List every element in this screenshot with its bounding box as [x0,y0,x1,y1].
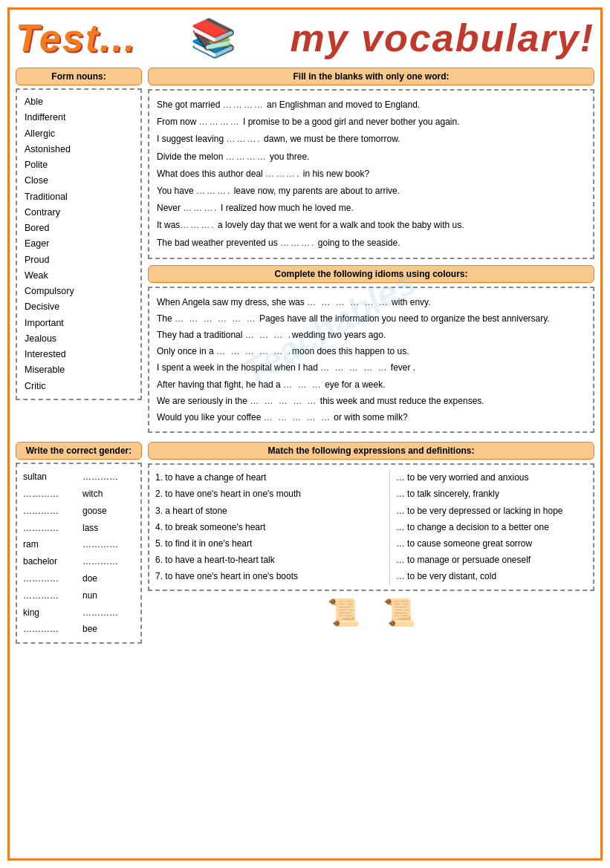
gender-left: king [23,604,82,621]
gender-right: ………… [82,553,142,570]
gender-table: sultan………… …………witch …………goose …………lass … [16,463,142,644]
list-item: Close [23,173,134,189]
word-list-box: Able Indifferent Allergic Astonished Pol… [16,88,142,400]
gender-row: …………nun [23,587,134,604]
list-item: Astonished [23,142,134,157]
gender-left: ………… [23,570,82,587]
header: Test... 📚 my vocabulary! [16,16,594,60]
gender-left: bachelor [23,553,82,570]
gender-right: doe [82,570,142,587]
list-item: Jealous [23,331,134,347]
gender-left: ………… [23,621,82,638]
definition: … to talk sincerely, frankly [396,486,587,502]
title-left: Test... [16,16,136,60]
gender-row: …………goose [23,503,134,520]
word-list: Able Indifferent Allergic Astonished Pol… [23,94,134,394]
sentence: The bad weather prevented us ………. going … [157,235,585,251]
left-column: Form nouns: Able Indifferent Allergic As… [16,68,142,439]
list-item: Polite [23,157,134,173]
match-expressions: 1. to have a change of heart 2. to have … [155,469,390,584]
list-item: Critic [23,379,134,394]
form-nouns-label: Form nouns: [16,68,142,85]
gender-right: goose [82,503,142,520]
list-item: Weak [23,268,134,284]
idiom-sentence: Would you like your coffee … … … … … or … [157,409,585,425]
expression: 1. to have a change of heart [155,469,385,486]
gender-right: nun [82,587,142,604]
sentence: From now ………… I promise to be a good gir… [157,114,585,130]
gender-row: king………… [23,604,134,621]
idiom-sentence: Only once in a … … … … … .moon does this… [157,343,585,359]
gender-left: sultan [23,469,82,486]
gender-left: ………… [23,587,82,604]
sentence: It was………. a lovely day that we went for… [157,217,585,233]
expression: 2. to have one's heart in one's mouth [155,486,385,502]
figure-area: 📜 📜 [148,597,594,628]
definition: … to cause someone great sorrow [396,535,587,552]
books-icon: 📚 [190,16,236,59]
list-item: Bored [23,221,134,236]
idiom-sentence: I spent a week in the hospital when I ha… [157,359,585,376]
list-item: Interested [23,347,134,362]
list-item: Eager [23,236,134,252]
sentence: She got married ………… an Englishman and m… [157,97,585,113]
idiom-sentence: They had a traditional … … … .wedding tw… [157,327,585,343]
list-item: Proud [23,252,134,268]
idioms-box: When Angela saw my dress, she was … … … … [148,287,594,434]
scroll-icon-right: 📜 [383,597,416,628]
gender-column: Write the correct gender: sultan………… ………… [16,442,142,650]
definition: … to be very distant, cold [396,568,587,584]
scroll-icon-left: 📜 [327,597,360,628]
gender-left: ………… [23,503,82,520]
match-definitions: … to be very worried and anxious … to ta… [395,469,587,584]
list-item: Indifferent [23,110,134,125]
list-item: Contrary [23,205,134,221]
gender-right: ………… [82,469,142,486]
match-column: Match the following expressions and defi… [148,442,594,650]
main-layout: Form nouns: Able Indifferent Allergic As… [16,68,594,439]
gender-left: ………… [23,520,82,537]
list-item: Allergic [23,126,134,142]
definition: … to be very worried and anxious [396,469,587,486]
gender-row: …………doe [23,570,134,587]
gender-right: lass [82,520,142,537]
sentence: Never ………. I realized how much he loved … [157,200,585,216]
sentence: Divide the melon ………… you three. [157,149,585,165]
expression: 7. to have one's heart in one's boots [155,568,385,584]
idiom-sentence: After having that fight, he had a … … … … [157,376,585,393]
gender-row: sultan………… [23,469,134,486]
expression: 3. a heart of stone [155,503,385,519]
list-item: Important [23,316,134,331]
idiom-sentence: The … … … … … … Pages have all the infor… [157,310,585,327]
idiom-sentence: When Angela saw my dress, she was … … … … [157,294,585,310]
gender-row: …………bee [23,621,134,638]
right-column: Fill in the blanks with only one word: S… [148,68,594,439]
list-item: Traditional [23,189,134,205]
gender-row: ram………… [23,536,134,553]
gender-left: ………… [23,486,82,503]
gender-left: ram [23,536,82,553]
sentence: You have ………. leave now, my parents are … [157,183,585,199]
idioms-label: Complete the following idioms using colo… [148,265,594,283]
gender-right: ………… [82,604,142,621]
gender-label: Write the correct gender: [16,442,142,460]
gender-row: …………witch [23,486,134,503]
list-item: Able [23,94,134,110]
expression: 4. to break someone's heart [155,519,385,535]
definition: … to change a decision to a better one [396,519,587,535]
definition: … to manage or persuade oneself [396,552,587,568]
list-item: Compulsory [23,284,134,299]
sentence: I suggest leaving ………. dawn, we must be … [157,131,585,147]
definition: … to be very depressed or lacking in hop… [396,503,587,519]
sentence: What does this author deal ………. in his n… [157,166,585,182]
match-label: Match the following expressions and defi… [148,442,594,460]
gender-row: …………lass [23,520,134,537]
match-box: 1. to have a change of heart 2. to have … [148,463,594,590]
expression: 6. to have a heart-to-heart talk [155,552,385,568]
fill-box: She got married ………… an Englishman and m… [148,89,594,259]
match-inner: 1. to have a change of heart 2. to have … [155,469,587,584]
bottom-layout: Write the correct gender: sultan………… ………… [16,442,594,650]
gender-row: bachelor………… [23,553,134,570]
fill-label: Fill in the blanks with only one word: [148,68,594,85]
idiom-sentence: We are seriously in the … … … … … this w… [157,393,585,409]
